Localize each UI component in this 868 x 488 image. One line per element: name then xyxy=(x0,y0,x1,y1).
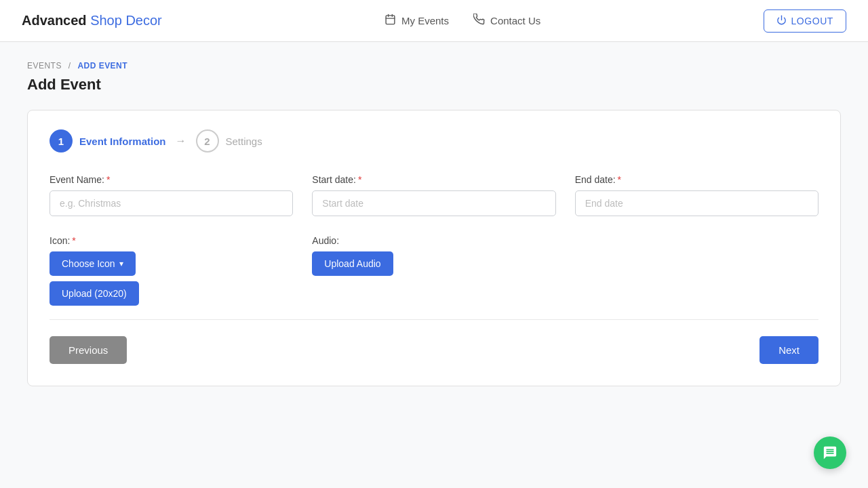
step-1: 1 Event Information xyxy=(50,129,166,152)
form-row-icon-audio: Icon:* Choose Icon ▾ Upload (20x20) Audi… xyxy=(50,235,818,306)
main-content: EVENTS / ADD EVENT Add Event 1 Event Inf… xyxy=(0,42,868,405)
event-name-input[interactable] xyxy=(50,190,293,216)
upload-audio-label: Upload Audio xyxy=(324,258,380,269)
chat-bubble-button[interactable] xyxy=(814,436,846,469)
end-date-label: End date:* xyxy=(575,174,818,185)
phone-icon xyxy=(473,14,485,28)
calendar-icon xyxy=(384,14,396,28)
icon-group: Icon:* Choose Icon ▾ Upload (20x20) xyxy=(50,235,293,306)
breadcrumb-separator: / xyxy=(68,61,71,70)
upload-icon-button[interactable]: Upload (20x20) xyxy=(50,281,139,306)
nav-contact-us[interactable]: Contact Us xyxy=(473,14,540,28)
choose-icon-button[interactable]: Choose Icon ▾ xyxy=(50,251,136,276)
choose-icon-label: Choose Icon xyxy=(62,258,115,269)
next-button[interactable]: Next xyxy=(760,336,818,364)
audio-label: Audio: xyxy=(312,235,555,246)
step-2: 2 Settings xyxy=(196,129,262,152)
step-1-label: Event Information xyxy=(79,136,166,147)
logout-label: LOGOUT xyxy=(791,16,833,26)
site-logo: Advanced Shop Decor xyxy=(22,13,162,28)
svg-rect-0 xyxy=(386,16,395,24)
event-name-label: Event Name:* xyxy=(50,174,293,185)
step-1-circle: 1 xyxy=(50,129,73,152)
start-date-group: Start date:* xyxy=(312,174,555,216)
icon-label: Icon:* xyxy=(50,235,293,246)
stepper: 1 Event Information → 2 Settings xyxy=(50,129,818,152)
upload-icon-label: Upload (20x20) xyxy=(62,288,127,299)
nav-my-events-label: My Events xyxy=(401,15,449,26)
form-footer: Previous Next xyxy=(50,319,818,364)
nav-my-events[interactable]: My Events xyxy=(384,14,449,28)
breadcrumb-events[interactable]: EVENTS xyxy=(27,61,62,70)
end-date-input[interactable] xyxy=(575,190,818,216)
step-2-circle: 2 xyxy=(196,129,219,152)
chat-icon xyxy=(823,445,837,460)
breadcrumb: EVENTS / ADD EVENT xyxy=(27,61,841,70)
step-arrow: → xyxy=(176,135,186,147)
step-2-label: Settings xyxy=(226,136,262,147)
previous-button[interactable]: Previous xyxy=(50,336,127,364)
chevron-down-icon: ▾ xyxy=(119,259,123,268)
upload-audio-button[interactable]: Upload Audio xyxy=(312,251,393,276)
event-name-group: Event Name:* xyxy=(50,174,293,216)
logout-button[interactable]: LOGOUT xyxy=(764,9,846,33)
form-row-dates: Event Name:* Start date:* End date:* xyxy=(50,174,818,216)
page-title: Add Event xyxy=(27,76,841,94)
breadcrumb-current: ADD EVENT xyxy=(77,61,127,70)
header: Advanced Shop Decor My Events Contact Us… xyxy=(0,0,868,42)
logo-bold: Advanced xyxy=(22,13,87,28)
start-date-label: Start date:* xyxy=(312,174,555,185)
nav-contact-us-label: Contact Us xyxy=(490,15,540,26)
form-card: 1 Event Information → 2 Settings Event N… xyxy=(27,110,841,386)
power-icon xyxy=(776,15,787,27)
start-date-input[interactable] xyxy=(312,190,555,216)
audio-group: Audio: Upload Audio xyxy=(312,235,555,276)
main-nav: My Events Contact Us xyxy=(384,14,540,28)
end-date-group: End date:* xyxy=(575,174,818,216)
logo-colored: Shop Decor xyxy=(87,13,162,28)
